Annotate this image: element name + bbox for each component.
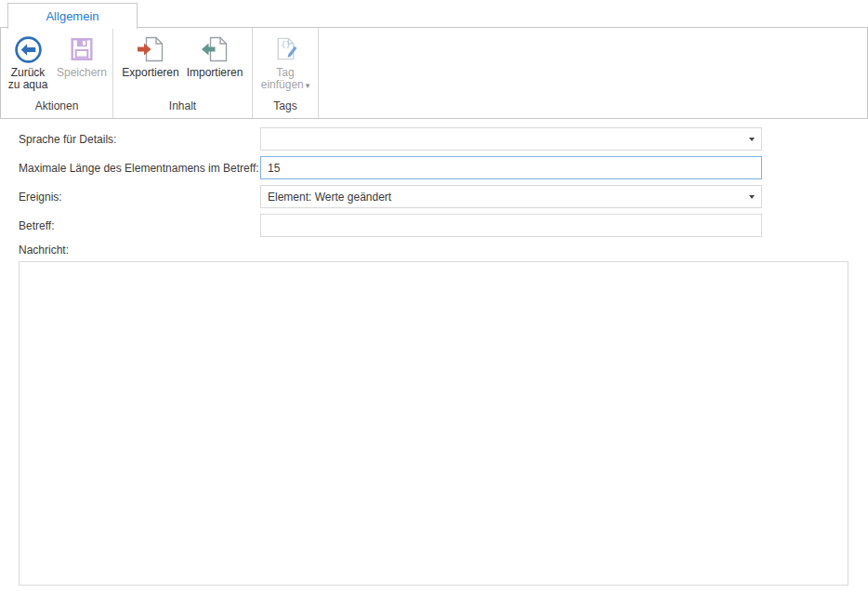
nachricht-label: Nachricht: [19,244,848,257]
ribbon: Zurück zu aqua Speichern Aktione [0,27,868,119]
group-label-tags: Tags [253,98,318,118]
import-button[interactable]: Importieren [183,32,247,79]
ribbon-group-inhalt-buttons: Exportieren Importieren [113,28,252,98]
betreff-field [260,214,762,237]
ribbon-tab-strip: Allgemein [0,0,868,28]
save-icon [68,33,96,65]
form-row-sprache: Sprache für Details: [19,127,848,151]
dropdown-arrow-icon: ▾ [306,81,310,90]
form-row-max-laenge: Maximale Länge des Elementnamens im Betr… [19,156,848,179]
export-icon [135,33,166,65]
group-label-inhalt: Inhalt [113,98,252,118]
ribbon-group-tags: {} Tag einfügen▾ Tags [253,28,319,118]
max-laenge-label: Maximale Länge des Elementnamens im Betr… [19,162,260,175]
nachricht-textarea[interactable] [19,261,848,586]
tab-allgemein-label: Allgemein [46,9,99,23]
save-button-label: Speichern [57,67,107,79]
notification-rule-window: Allgemein Zurück zu aqua [0,0,868,593]
max-laenge-field [260,156,762,179]
ereignis-label: Ereignis: [19,191,260,204]
import-icon [199,33,230,65]
ribbon-group-inhalt: Exportieren Importieren Inhalt [113,28,253,118]
back-button-label-line2: zu aqua [8,79,48,91]
tab-allgemein[interactable]: Allgemein [7,3,138,29]
back-icon [14,33,43,65]
back-to-aqua-button[interactable]: Zurück zu aqua [3,32,53,91]
insert-tag-button[interactable]: {} Tag einfügen▾ [256,32,315,92]
chevron-down-icon[interactable] [749,195,755,199]
group-label-aktionen: Aktionen [1,98,112,118]
svg-text:{}: {} [281,40,290,49]
export-button[interactable]: Exportieren [119,32,183,79]
export-button-label: Exportieren [122,67,178,79]
ribbon-group-aktionen-buttons: Zurück zu aqua Speichern [1,28,112,98]
form-row-betreff: Betreff: [19,214,848,237]
ereignis-combobox-value: Element: Werte geändert [268,191,391,204]
save-button[interactable]: Speichern [53,32,111,79]
import-button-label: Importieren [187,67,243,79]
ribbon-group-aktionen: Zurück zu aqua Speichern Aktione [1,28,113,118]
form-row-ereignis: Ereignis: Element: Werte geändert [19,185,848,208]
tag-icon: {} [271,33,300,65]
insert-tag-label-line2: einfügen▾ [261,79,310,92]
betreff-label: Betreff: [19,219,260,232]
chevron-down-icon[interactable] [749,138,755,141]
ereignis-combobox[interactable]: Element: Werte geändert [260,185,762,208]
sprache-label: Sprache für Details: [19,133,260,146]
betreff-input[interactable] [260,214,762,237]
settings-form: Sprache für Details: Maximale Länge des … [0,119,868,589]
sprache-field [260,127,762,151]
ereignis-field: Element: Werte geändert [260,185,762,208]
ribbon-group-tags-buttons: {} Tag einfügen▾ [253,28,318,98]
ribbon-empty-area [319,28,867,118]
sprache-combobox[interactable] [260,127,762,151]
max-laenge-input[interactable] [260,156,762,179]
